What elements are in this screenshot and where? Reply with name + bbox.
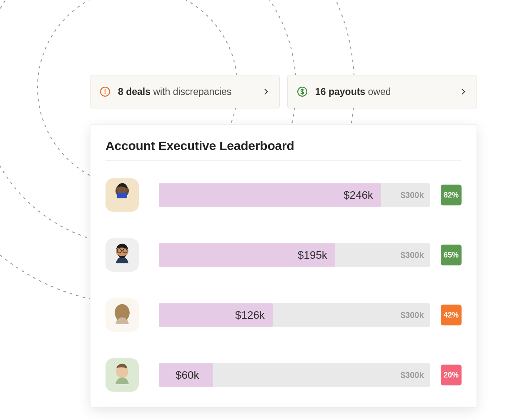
value-label: $246k <box>344 189 373 202</box>
target-label: $300k <box>401 370 424 380</box>
percent-badge: 42% <box>441 305 462 325</box>
leaderboard-panel: Account Executive Leaderboard $246k $300… <box>90 124 477 408</box>
bar-area: $126k $300k 42% <box>159 302 462 328</box>
leaderboard-row: $195k $300k 65% <box>105 238 462 272</box>
avatar <box>105 178 139 212</box>
target-label: $300k <box>401 250 424 260</box>
payouts-count: 16 payouts <box>315 86 365 97</box>
bar-area: $195k $300k 65% <box>159 242 462 268</box>
avatar <box>105 298 139 332</box>
value-label: $60k <box>176 369 199 382</box>
value-label: $126k <box>235 309 265 322</box>
leaderboard-row: $60k $300k 20% <box>105 358 462 392</box>
alerts-row: 8 deals with discrepancies 16 payouts ow… <box>90 75 477 108</box>
chevron-right-icon <box>459 88 467 96</box>
percent-badge: 82% <box>441 185 462 205</box>
avatar <box>105 238 139 272</box>
svg-point-5 <box>105 93 106 94</box>
leaderboard-rows: $246k $300k 82% $195k $300k 65% $126k $3… <box>105 178 462 392</box>
alert-circle-icon <box>100 86 110 97</box>
value-label: $195k <box>298 249 327 262</box>
payouts-owed-card[interactable]: 16 payouts owed <box>287 75 477 108</box>
percent-badge: 20% <box>441 365 462 385</box>
deals-count: 8 deals <box>118 86 151 97</box>
deals-discrepancies-text: 8 deals with discrepancies <box>118 86 262 98</box>
payouts-suffix: owed <box>365 86 391 97</box>
chevron-right-icon <box>262 88 270 96</box>
leaderboard-row: $126k $300k 42% <box>105 298 462 332</box>
dollar-circle-icon <box>297 86 308 97</box>
percent-badge: 65% <box>441 245 462 265</box>
deals-discrepancies-card[interactable]: 8 deals with discrepancies <box>90 75 280 108</box>
bar-area: $246k $300k 82% <box>159 182 462 208</box>
panel-title: Account Executive Leaderboard <box>105 139 462 161</box>
payouts-owed-text: 16 payouts owed <box>315 86 459 98</box>
deals-suffix: with discrepancies <box>151 86 231 97</box>
bar-area: $60k $300k 20% <box>159 362 462 388</box>
target-label: $300k <box>401 190 424 200</box>
target-label: $300k <box>401 310 424 320</box>
avatar <box>105 358 139 392</box>
leaderboard-row: $246k $300k 82% <box>105 178 462 212</box>
